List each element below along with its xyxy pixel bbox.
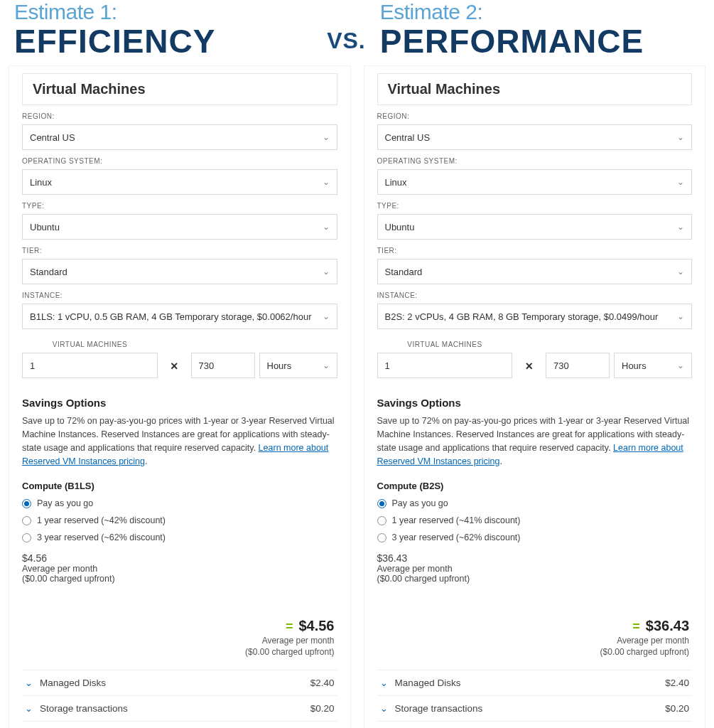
instance-value: B2S: 2 vCPUs, 4 GB RAM, 8 GB Temporary s… [385,311,659,322]
os-label: OPERATING SYSTEM: [377,157,693,165]
compute-summary: =$4.56 Average per month ($0.00 charged … [22,618,337,657]
compute-summary: =$36.43 Average per month ($0.00 charged… [377,618,693,657]
average-amount: $36.43 [377,552,693,564]
radio-icon [22,533,31,542]
storage-transactions-row[interactable]: ⌄Storage transactions $0.20 [377,695,693,721]
type-value: Ubuntu [385,222,415,232]
vm-count-label: VIRTUAL MACHINES [22,341,158,348]
chevron-down-icon: ⌄ [677,311,684,321]
chevron-down-icon: ⌄ [677,267,684,277]
region-select[interactable]: Central US ⌄ [22,124,337,150]
chevron-down-icon: ⌄ [25,678,33,688]
average-block: $36.43 Average per month ($0.00 charged … [377,552,693,584]
reserved-1yr-radio[interactable]: 1 year reserved (~41% discount) [377,515,693,525]
estimate1-label: Estimate 1: [14,0,314,24]
managed-disks-value: $2.40 [665,678,689,688]
savings-heading: Savings Options [377,397,693,409]
instance-label: INSTANCE: [22,291,337,299]
instance-value: B1LS: 1 vCPU, 0.5 GB RAM, 4 GB Temporary… [30,311,311,322]
type-select[interactable]: Ubuntu ⌄ [377,214,693,240]
os-label: OPERATING SYSTEM: [22,157,337,165]
payasyougo-radio[interactable]: Pay as you go [22,498,337,508]
upfront-note: ($0.00 charged upfront) [377,574,693,584]
reserved-1yr-radio[interactable]: 1 year reserved (~42% discount) [22,515,337,525]
managed-disks-row[interactable]: ⌄Managed Disks $2.40 [377,670,693,695]
hours-unit-select[interactable]: Hours ⌄ [259,353,337,378]
storage-transactions-row[interactable]: ⌄Storage transactions $0.20 [22,695,337,721]
instance-label: INSTANCE: [377,291,693,299]
payasyougo-radio[interactable]: Pay as you go [377,498,693,508]
estimate2-title: PERFORMANCE [380,24,700,58]
section-title: Virtual Machines [33,81,327,97]
instance-select[interactable]: B2S: 2 vCPUs, 4 GB RAM, 8 GB Temporary s… [377,304,693,329]
estimate2-panel: Virtual Machines REGION: Central US ⌄ OP… [364,65,706,728]
hours-input[interactable] [191,353,255,378]
estimate1-title: EFFICIENCY [14,24,314,58]
hours-input[interactable] [546,353,610,378]
upfront-note: ($0.00 charged upfront) [22,574,337,584]
section-title-box: Virtual Machines [22,73,337,105]
chevron-down-icon: ⌄ [323,311,330,321]
tier-value: Standard [385,267,423,277]
chevron-down-icon: ⌄ [677,222,684,232]
vs-label: VS. [314,28,380,58]
average-label: Average per month [377,564,693,574]
radio-icon [377,533,386,542]
chevron-down-icon: ⌄ [323,222,330,232]
radio-checked-icon [22,499,31,508]
chevron-down-icon: ⌄ [323,177,330,187]
chevron-down-icon: ⌄ [25,703,33,714]
type-label: TYPE: [22,202,337,210]
savings-heading: Savings Options [22,397,337,409]
tier-label: TIER: [377,247,693,255]
os-select[interactable]: Linux ⌄ [22,169,337,195]
chevron-down-icon: ⌄ [323,267,330,277]
chevron-down-icon: ⌄ [677,360,684,370]
chevron-down-icon: ⌄ [323,360,330,370]
managed-disks-row[interactable]: ⌄Managed Disks $2.40 [22,670,337,695]
savings-description: Save up to 72% on pay-as-you-go prices w… [377,414,693,468]
storage-transactions-value: $0.20 [310,703,335,714]
tier-value: Standard [30,267,67,277]
tier-select[interactable]: Standard ⌄ [377,259,693,284]
region-label: REGION: [22,112,337,120]
managed-disks-value: $2.40 [310,678,335,688]
hours-unit-select[interactable]: Hours ⌄ [614,353,692,378]
compute-sum-amount: $36.43 [646,618,689,633]
vm-count-input[interactable] [22,353,158,378]
radio-checked-icon [377,499,386,508]
chevron-down-icon: ⌄ [380,678,388,688]
chevron-down-icon: ⌄ [677,132,684,142]
chevron-down-icon: ⌄ [323,132,330,142]
type-select[interactable]: Ubuntu ⌄ [22,214,337,240]
average-amount: $4.56 [22,552,337,564]
bandwidth-row[interactable]: ⌄Bandwidth $0.00 [22,721,337,728]
hours-unit-value: Hours [622,360,647,371]
hours-unit-value: Hours [267,360,292,371]
reserved-3yr-radio[interactable]: 3 year reserved (~62% discount) [377,532,693,542]
type-value: Ubuntu [30,222,60,232]
os-value: Linux [30,177,52,188]
vm-count-input[interactable] [377,353,513,378]
equals-icon: = [632,619,640,634]
tier-select[interactable]: Standard ⌄ [22,259,337,284]
savings-description: Save up to 72% on pay-as-you-go prices w… [22,414,337,468]
os-value: Linux [385,177,407,188]
bandwidth-row[interactable]: ⌄Bandwidth $0.00 [377,721,693,728]
radio-icon [377,516,386,525]
region-label: REGION: [377,112,693,120]
region-value: Central US [30,132,75,143]
region-select[interactable]: Central US ⌄ [377,124,693,150]
estimate1-panel: Virtual Machines REGION: Central US ⌄ OP… [9,65,351,728]
instance-select[interactable]: B1LS: 1 vCPU, 0.5 GB RAM, 4 GB Temporary… [22,304,337,329]
radio-icon [22,516,31,525]
reserved-3yr-radio[interactable]: 3 year reserved (~62% discount) [22,532,337,542]
tier-label: TIER: [22,247,337,255]
average-block: $4.56 Average per month ($0.00 charged u… [22,552,337,584]
chevron-down-icon: ⌄ [677,177,684,187]
compute-heading: Compute (B2S) [377,481,693,491]
storage-transactions-value: $0.20 [665,703,689,714]
os-select[interactable]: Linux ⌄ [377,169,693,195]
equals-icon: = [286,619,293,634]
compute-heading: Compute (B1LS) [22,481,337,491]
